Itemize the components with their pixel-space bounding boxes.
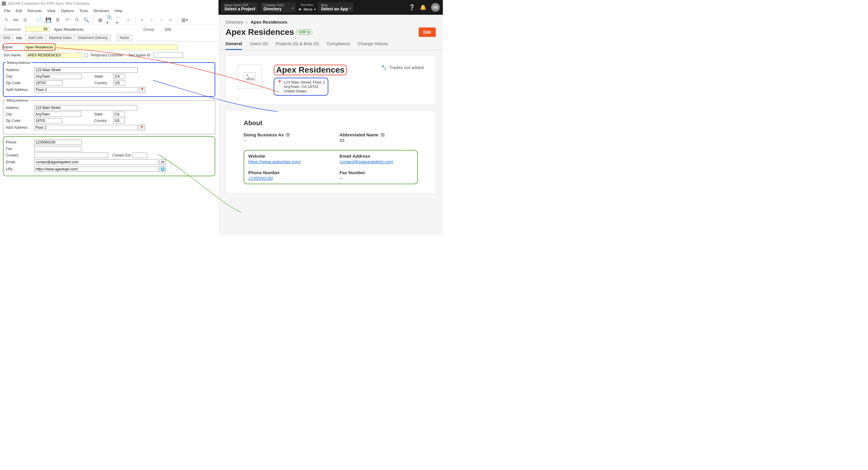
undo-icon[interactable]: ↶ — [64, 17, 70, 23]
menu-edit[interactable]: Edit — [16, 8, 22, 13]
edit-icon[interactable]: ✎ — [3, 17, 9, 23]
mailing-map-pin-button[interactable]: 📍 — [139, 87, 145, 93]
billing-address-input[interactable] — [34, 105, 137, 111]
sort-label: Sort Name: — [4, 53, 24, 57]
tab-compliance[interactable]: Compliance — [327, 39, 350, 50]
tab-grid[interactable]: Grid — [0, 34, 13, 41]
avatar[interactable]: DE — [431, 3, 440, 12]
email-open-button[interactable]: ✉ — [159, 159, 166, 165]
phone-input[interactable] — [34, 139, 82, 145]
menu-options[interactable]: Options — [61, 8, 74, 13]
mailing-zip-input[interactable] — [34, 80, 63, 86]
name-input[interactable] — [24, 44, 178, 50]
tab-users[interactable]: Users (0) — [250, 39, 268, 50]
trash-icon[interactable]: 🗑 — [55, 17, 61, 23]
billing-country-input[interactable] — [113, 118, 125, 123]
chevron-down-icon: ▾ — [254, 6, 256, 10]
url-input[interactable] — [34, 166, 158, 172]
table-icon[interactable]: ▦▾ — [181, 17, 188, 23]
billing-addl-input[interactable] — [34, 125, 137, 130]
tab-info[interactable]: Info — [13, 35, 25, 41]
help-icon[interactable]: ❔ — [409, 4, 415, 11]
customer-label: Customer: — [4, 27, 22, 32]
mailing-address-input[interactable] — [34, 67, 137, 73]
email-link[interactable]: contact@agaveapitest.com — [340, 159, 413, 164]
menu-records[interactable]: Records — [27, 8, 42, 13]
menu-bar: File Edit Records View Options Tools Win… — [0, 7, 218, 15]
sort-name-input[interactable] — [26, 53, 82, 58]
bell-icon[interactable]: 🔔 — [420, 4, 426, 11]
contact-input[interactable] — [34, 153, 108, 158]
tab-addl-info[interactable]: Add'l Info — [25, 34, 46, 41]
test-agave-id-input[interactable] — [154, 53, 183, 58]
attachment-icon[interactable]: 📎▾ — [106, 17, 113, 23]
breadcrumb-root[interactable]: Directory — [225, 20, 243, 25]
sort-row: Sort Name: Temporary Customer Test Agave… — [0, 51, 218, 59]
tab-change-history[interactable]: Change History — [358, 39, 388, 50]
fax-value-web: -- — [340, 176, 413, 181]
menu-tools[interactable]: Tools — [80, 8, 88, 13]
trades-info: 🔧 Trades not added — [381, 65, 424, 70]
search-icon[interactable]: 🔍 — [83, 17, 89, 23]
window-titlebar: 204 AR Customers for ERP Sync Test Compa… — [0, 0, 218, 7]
billing-city-input[interactable] — [34, 112, 81, 117]
tab-material-sales[interactable]: Material Sales — [46, 34, 75, 41]
mailing-address-legend: Mailing Address — [6, 61, 31, 64]
save-icon[interactable]: 💾 — [45, 17, 52, 23]
mailing-country-label: Country: — [94, 81, 112, 85]
mailing-address-fieldset: Mailing Address Address: City: State: Zi… — [3, 61, 215, 97]
fax-input[interactable] — [34, 146, 82, 152]
spellcheck-icon[interactable]: ✓ — [125, 17, 132, 23]
tab-general[interactable]: General — [225, 39, 242, 50]
menu-file[interactable]: File — [4, 8, 10, 13]
nav-last-icon[interactable]: » — [167, 17, 174, 23]
refresh-icon[interactable]: ⟳ — [73, 17, 80, 23]
company-tools-selector[interactable]: Company Tools Directory ▾ — [260, 2, 296, 12]
nav-next-icon[interactable]: › — [158, 17, 164, 23]
mailing-city-input[interactable] — [34, 74, 82, 79]
gear-icon[interactable]: ⚙ — [22, 17, 28, 23]
billing-state-input[interactable] — [113, 112, 125, 117]
menu-help[interactable]: Help — [115, 8, 123, 13]
help-icon[interactable]: ? — [285, 132, 290, 137]
customer-number-input[interactable] — [25, 27, 49, 32]
billing-map-pin-button[interactable]: 📍 — [138, 125, 145, 130]
project-selector-big: Select a Project — [224, 7, 255, 11]
help-icon[interactable]: ? — [380, 132, 385, 137]
web-app: Agave Demo ERP Select a Project ▾ Compan… — [218, 0, 443, 235]
email-label: Email: — [6, 160, 33, 164]
apps-selector[interactable]: Apps Select an App ▾ — [318, 2, 353, 12]
mailing-country-input[interactable] — [113, 80, 125, 86]
contact-ext-label: Contact Ext: — [112, 153, 131, 157]
email-input[interactable] — [34, 159, 158, 165]
contact-fieldset: Phone: Fax: Contact: Contact Ext: Email:… — [3, 136, 215, 176]
erp-badge: ERP ⎘ — [297, 30, 312, 35]
mailing-state-input[interactable] — [113, 74, 125, 79]
menu-view[interactable]: View — [47, 8, 56, 13]
overflow-icon[interactable]: ⋯▾ — [116, 17, 122, 23]
svg-rect-0 — [2, 1, 6, 6]
fax-label-web: Fax Number — [340, 170, 413, 175]
mailing-addl-input[interactable] — [34, 87, 137, 92]
phone-link[interactable]: 1235550100 — [248, 176, 322, 181]
nav-prev-icon[interactable]: ‹ — [149, 17, 155, 23]
url-open-button[interactable]: 🌐 — [159, 166, 166, 172]
tab-statement-delivery[interactable]: Statement Delivery — [74, 34, 111, 41]
edit-button[interactable]: Edit — [418, 27, 436, 37]
favorites-area[interactable]: Favorites ★ More ▾ — [298, 3, 316, 11]
address-line-2: AnyTown, CA 19703 — [284, 85, 325, 89]
menu-windows[interactable]: Windows — [94, 8, 109, 13]
tab-projects-bids[interactable]: Projects (0) & Bids (0) — [276, 39, 319, 50]
binoculars-icon[interactable]: 👓 — [12, 17, 19, 23]
new-file-icon[interactable]: 📄 — [36, 17, 42, 23]
contact-ext-input[interactable] — [132, 153, 147, 158]
grid-icon[interactable]: ▦ — [97, 17, 103, 23]
nav-first-icon[interactable]: « — [139, 17, 146, 23]
billing-zip-input[interactable] — [34, 118, 62, 123]
billing-state-label: State: — [94, 112, 112, 116]
tab-notes[interactable]: Notes — [117, 34, 132, 41]
website-link[interactable]: https://www.agaveapi.com/ — [248, 159, 322, 164]
mailing-address-label: Address: — [6, 68, 33, 72]
temporary-customer-checkbox[interactable] — [85, 54, 88, 57]
project-selector[interactable]: Agave Demo ERP Select a Project ▾ — [221, 2, 258, 12]
